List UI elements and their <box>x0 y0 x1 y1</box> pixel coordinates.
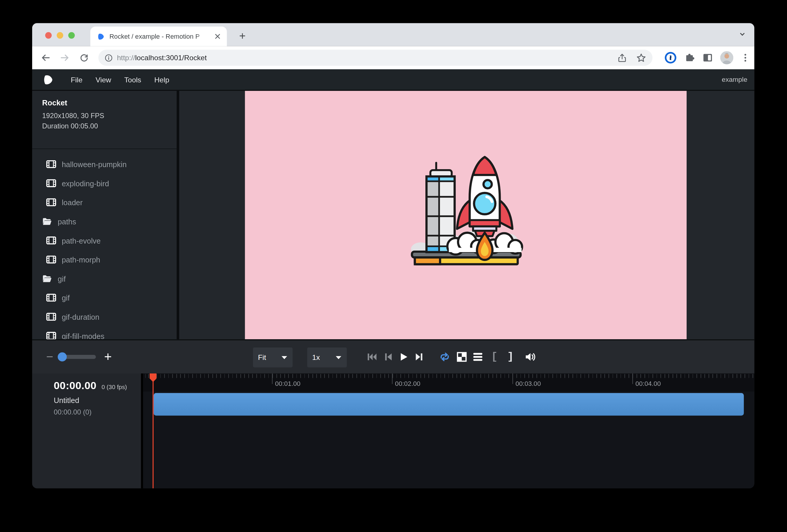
composition-label: path-evolve <box>62 236 101 245</box>
playback-speed-value: 1x <box>312 354 320 361</box>
composition-label: gif <box>62 294 70 302</box>
zoom-window-button[interactable] <box>68 32 75 39</box>
composition-list-item[interactable]: path-evolve <box>32 231 177 250</box>
remotion-logo-icon <box>43 74 53 85</box>
second-tick-label: 00:03.00 <box>515 380 541 388</box>
zoom-slider[interactable] <box>61 355 96 359</box>
new-tab-button[interactable]: + <box>236 29 249 43</box>
zoom-in-button[interactable]: + <box>104 349 112 365</box>
composition-list-item[interactable]: exploding-bird <box>32 174 177 193</box>
film-icon <box>46 313 56 321</box>
loop-icon[interactable] <box>439 352 450 362</box>
menubar-items: FileViewToolsHelp <box>64 76 176 84</box>
bookmark-star-icon[interactable] <box>636 52 646 63</box>
jump-to-start-icon[interactable] <box>367 352 377 362</box>
profile-avatar[interactable] <box>720 51 733 64</box>
remotion-favicon <box>98 33 105 40</box>
address-bar[interactable]: http://localhost:3001/Rocket <box>98 49 652 66</box>
composition-info: Rocket 1920x1080, 30 FPS Duration 00:05.… <box>32 91 177 149</box>
playhead-line[interactable] <box>153 374 153 488</box>
chevron-down-icon <box>281 355 288 360</box>
folder-open-icon <box>42 217 52 225</box>
film-icon <box>46 236 56 244</box>
playback-speed-select[interactable]: 1x <box>307 347 347 367</box>
canvas-size-select[interactable]: Fit <box>253 347 293 367</box>
zoom-out-button[interactable]: − <box>46 350 53 364</box>
rocket-illustration <box>408 154 524 271</box>
panel-divider[interactable] <box>176 91 179 340</box>
film-icon <box>46 160 56 168</box>
menu-item[interactable]: Help <box>148 76 176 84</box>
composition-label: gif-fill-modes <box>62 332 105 340</box>
browser-menu-icon[interactable] <box>740 53 750 63</box>
tab-title: Rocket / example - Remotion P <box>109 33 208 40</box>
current-time-display: 00:00.00 <box>54 379 97 391</box>
composition-list-item[interactable]: path-morph <box>32 250 177 269</box>
jump-to-end-icon[interactable] <box>414 352 424 362</box>
browser-tab[interactable]: Rocket / example - Remotion P <box>90 26 227 46</box>
composition-list-item[interactable]: paths <box>32 212 177 231</box>
film-icon <box>46 332 56 340</box>
second-tick-label: 00:04.00 <box>636 380 661 388</box>
compositions-sidebar: Rocket 1920x1080, 30 FPS Duration 00:05.… <box>32 91 177 340</box>
transparency-checkerboard-icon[interactable] <box>457 352 467 362</box>
timeline-panel: 00:00.00 0 (30 fps) Untitled 00:00.00 (0… <box>32 374 754 488</box>
extensions-puzzle-icon[interactable] <box>684 52 695 63</box>
out-point-bracket-icon[interactable]: ] <box>507 351 513 363</box>
composition-label: halloween-pumpkin <box>62 160 127 169</box>
menu-item[interactable]: View <box>89 76 118 84</box>
timeline-track-bar[interactable] <box>153 393 744 416</box>
player-controls-bar: − + Fit 1x <box>32 339 754 374</box>
site-info-icon[interactable] <box>105 54 113 62</box>
tab-strip: Rocket / example - Remotion P + <box>32 23 754 46</box>
composition-list-item[interactable]: gif <box>32 269 177 288</box>
zoom-slider-thumb[interactable] <box>58 353 67 362</box>
menu-item[interactable]: File <box>64 76 89 84</box>
composition-list-item[interactable]: loader <box>32 193 177 212</box>
composition-list-item[interactable]: gif <box>32 288 177 307</box>
back-icon[interactable] <box>38 50 53 65</box>
current-frame-display: 0 (30 fps) <box>102 383 127 390</box>
second-tick: 00:02.00 <box>392 374 392 384</box>
film-icon <box>46 198 56 206</box>
folder-open-icon <box>42 275 52 282</box>
composition-list: halloween-pumpkin <box>32 149 177 345</box>
volume-icon[interactable] <box>525 352 535 362</box>
second-tick-label: 00:02.00 <box>395 380 420 388</box>
composition-resolution: 1920x1080, 30 FPS <box>42 110 177 121</box>
timeline-ruler[interactable] <box>143 374 754 391</box>
minimize-window-button[interactable] <box>57 32 63 39</box>
menu-item[interactable]: Tools <box>118 76 148 84</box>
second-tick-label: 00:01.00 <box>275 380 300 388</box>
screenshot-stage: Rocket / example - Remotion P + <box>0 0 787 532</box>
composition-list-item[interactable]: gif-duration <box>32 307 177 326</box>
tab-search-chevron-icon[interactable] <box>738 30 746 38</box>
project-name-label: example <box>722 76 747 84</box>
close-window-button[interactable] <box>45 32 52 39</box>
in-point-bracket-icon[interactable]: [ <box>491 351 497 363</box>
previous-frame-icon[interactable] <box>383 352 392 362</box>
film-icon <box>46 294 56 302</box>
window-controls <box>45 32 75 39</box>
forward-icon[interactable] <box>57 50 72 65</box>
timeline-rows-icon[interactable] <box>473 353 483 362</box>
composition-list-item[interactable]: halloween-pumpkin <box>32 155 177 174</box>
reload-icon[interactable] <box>76 50 91 65</box>
password-manager-icon[interactable] <box>664 51 677 64</box>
tab-close-icon[interactable] <box>213 32 222 41</box>
composition-label: exploding-bird <box>62 179 109 188</box>
film-icon <box>46 179 56 187</box>
share-icon[interactable] <box>617 53 627 62</box>
composition-label: path-morph <box>62 255 100 264</box>
canvas-size-value: Fit <box>258 354 266 361</box>
composition-label: paths <box>58 217 76 226</box>
url-text: http://localhost:3001/Rocket <box>117 54 207 62</box>
timeline-tracks-area[interactable]: 00:01.00 00:02.00 00:03.00 00:04.00 <box>143 374 754 488</box>
composition-label: gif-duration <box>62 312 100 321</box>
side-panel-icon[interactable] <box>702 52 713 63</box>
play-icon[interactable] <box>399 352 408 362</box>
preview-panel <box>179 91 754 340</box>
video-canvas <box>245 91 687 340</box>
browser-window: Rocket / example - Remotion P + <box>32 23 754 488</box>
composition-name: Rocket <box>42 98 177 107</box>
